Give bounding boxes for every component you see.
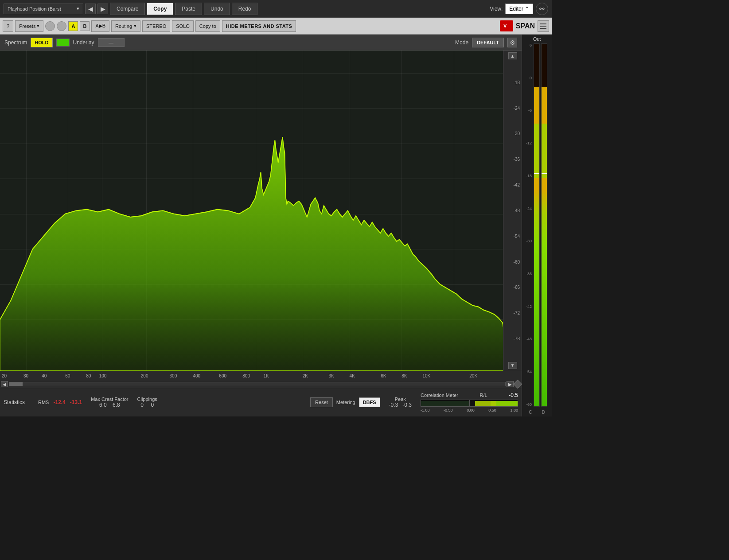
db-label-7: -54 xyxy=(505,234,520,239)
scroll-left-arrow[interactable]: ◀ xyxy=(1,381,8,387)
freq-80: 80 xyxy=(86,373,91,378)
plugin-toolbar: ? Presets ▾ A B A▶B Routing ▾ STEREO SOL… xyxy=(0,18,552,35)
db-label-9: -66 xyxy=(505,285,520,290)
copy-to-button[interactable]: Copy to xyxy=(195,20,220,32)
spectrum-svg xyxy=(0,51,522,371)
reset-button[interactable]: Reset xyxy=(310,397,333,407)
compare-button[interactable]: Compare xyxy=(110,3,145,15)
vu-scale: 6 0 -6 -12 -18 -24 -30 -36 -42 -48 -54 -… xyxy=(524,43,532,408)
link-button[interactable]: ⚯ xyxy=(536,3,548,15)
clip-val-2: 0 xyxy=(151,402,154,408)
playhead-dropdown[interactable]: Playhead Position (Bars) ▾ xyxy=(4,4,83,14)
freq-20k: 20K xyxy=(469,373,477,378)
green-toggle[interactable] xyxy=(56,39,70,47)
vu-scale-0: 0 xyxy=(524,76,532,80)
mode-section: Mode DEFAULT ⚙ xyxy=(455,38,517,47)
corr-meter xyxy=(421,400,518,407)
hamburger-menu[interactable] xyxy=(538,20,549,32)
freq-6k: 6K xyxy=(381,373,386,378)
bar1-peak xyxy=(534,173,539,174)
playhead-label: Playhead Position (Bars) xyxy=(8,6,61,12)
freq-2k: 2K xyxy=(303,373,308,378)
scroll-right-arrow[interactable]: ▶ xyxy=(507,381,514,387)
editor-dropdown[interactable]: Editor ⌃ xyxy=(505,4,533,14)
freq-20: 20 xyxy=(2,373,7,378)
vu-scale-m6: -6 xyxy=(524,109,532,113)
circle-btn-1[interactable] xyxy=(45,21,55,31)
mode-label: Mode xyxy=(455,39,468,46)
vu-footer: C D xyxy=(522,408,552,416)
stats-rms: RMS -12.4 -13.1 xyxy=(38,390,82,415)
vu-scale-m60: -60 xyxy=(524,403,532,407)
freq-8k: 8K xyxy=(402,373,407,378)
back-button[interactable]: ◀ xyxy=(85,4,96,14)
db-label-2: -24 xyxy=(505,106,520,111)
routing-arrow: ▾ xyxy=(134,23,136,29)
statistics-bar: Statistics RMS -12.4 -13.1 Max Crest Fac… xyxy=(0,388,522,416)
bar2-dark-top xyxy=(542,44,547,87)
bar1-yellow xyxy=(534,87,539,124)
db-label-11: -78 xyxy=(505,336,520,341)
plugin-name-section: V SPAN xyxy=(500,20,549,32)
presets-button[interactable]: Presets ▾ xyxy=(15,20,43,32)
corr-label: Correlation Meter xyxy=(421,393,458,398)
scroll-diamond[interactable] xyxy=(513,380,522,389)
bar2-ygreen xyxy=(542,124,547,178)
crest-label: Max Crest Factor xyxy=(91,397,128,402)
gear-button[interactable]: ⚙ xyxy=(507,38,517,47)
vu-meter: Out 6 0 -6 -12 -18 -24 -30 -36 -42 -48 -… xyxy=(522,35,552,416)
vu-bar-wrap xyxy=(534,43,550,407)
underlay-value: — xyxy=(109,40,113,45)
solo-button[interactable]: SOLO xyxy=(172,20,194,32)
bar2-green-fill xyxy=(542,178,547,406)
forward-button[interactable]: ▶ xyxy=(97,4,108,14)
undo-button[interactable]: Undo xyxy=(204,3,230,15)
copy-button[interactable]: Copy xyxy=(147,3,173,15)
vu-scale-m54: -54 xyxy=(524,370,532,374)
spectrum-canvas: ▲ -18 -24 -30 -36 -42 -48 -54 -60 -66 -7… xyxy=(0,51,522,371)
db-scale: ▲ -18 -24 -30 -36 -42 -48 -54 -60 -66 -7… xyxy=(503,51,522,371)
paste-button[interactable]: Paste xyxy=(175,3,202,15)
db-scroll-up[interactable]: ▲ xyxy=(508,52,517,59)
hold-button[interactable]: HOLD xyxy=(31,38,52,47)
hide-meters-button[interactable]: HIDE METERS AND STATS xyxy=(222,20,296,32)
vu-scale-m18: -18 xyxy=(524,174,532,178)
scroll-track[interactable] xyxy=(9,382,506,386)
freq-300: 300 xyxy=(170,373,177,378)
underlay-box[interactable]: — xyxy=(98,38,125,47)
bar1-ygreen xyxy=(534,124,539,178)
dbfs-button[interactable]: DBFS xyxy=(359,397,380,407)
stats-clip: Clippings 0 0 xyxy=(137,390,157,415)
svg-marker-2 xyxy=(0,137,522,371)
scroll-thumb[interactable] xyxy=(9,382,23,386)
stereo-button[interactable]: STEREO xyxy=(142,20,170,32)
help-button[interactable]: ? xyxy=(3,20,13,32)
corr-scale-5: 1.00 xyxy=(510,408,518,412)
routing-button[interactable]: Routing ▾ xyxy=(111,20,140,32)
circle-btn-2[interactable] xyxy=(57,21,66,31)
a-button[interactable]: A xyxy=(68,21,78,31)
freq-60: 60 xyxy=(65,373,70,378)
vu-footer-d: D xyxy=(542,410,545,415)
ab-button[interactable]: A▶B xyxy=(91,20,109,32)
corr-scale-4: 0.50 xyxy=(488,408,496,412)
freq-400: 400 xyxy=(193,373,200,378)
underlay-label: Underlay xyxy=(73,39,94,46)
presets-label: Presets xyxy=(19,23,35,29)
db-scroll-down[interactable]: ▼ xyxy=(508,362,517,369)
freq-1k: 1K xyxy=(263,373,269,378)
vu-footer-c: C xyxy=(529,410,532,415)
freq-600: 600 xyxy=(219,373,226,378)
db-label-3: -30 xyxy=(505,131,520,136)
peak-section: Peak -0.3 -0.3 xyxy=(389,390,412,415)
spectrum-area: Spectrum HOLD Underlay — Mode DEFAULT ⚙ xyxy=(0,35,522,416)
crest-val-2: 6.8 xyxy=(113,402,120,408)
rms-val-1: -12.4 xyxy=(53,399,65,405)
default-mode-button[interactable]: DEFAULT xyxy=(472,38,504,47)
db-label-1: -18 xyxy=(505,80,520,85)
spectrum-header: Spectrum HOLD Underlay — Mode DEFAULT ⚙ xyxy=(0,35,522,51)
redo-button[interactable]: Redo xyxy=(232,3,258,15)
db-label-5: -42 xyxy=(505,183,520,187)
b-button[interactable]: B xyxy=(80,21,90,31)
presets-arrow: ▾ xyxy=(37,23,39,29)
